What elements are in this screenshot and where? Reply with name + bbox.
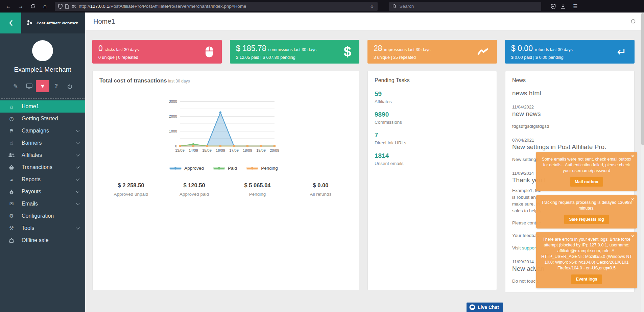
pending-task-affiliates: 59 Affiliates: [375, 90, 490, 104]
mouse-icon: [205, 46, 214, 58]
page-header: Home1: [85, 13, 644, 30]
edit-profile-icon[interactable]: ✎: [9, 80, 22, 92]
live-chat-button[interactable]: Live Chat: [467, 303, 503, 312]
home-icon[interactable]: ⌂: [40, 2, 50, 11]
toast-tracking-delayed: × Tracking requests processing is delaye…: [536, 195, 637, 229]
shield-icon[interactable]: [58, 4, 63, 9]
chart-legend: ApprovedPaidPending: [164, 166, 283, 171]
chevron-left-icon: [8, 20, 13, 26]
refunds-card[interactable]: $ 0.00refunds last 30 days $ 0.00 paid |…: [505, 40, 635, 64]
collapse-sidebar-button[interactable]: [0, 13, 21, 33]
hand-pointer-icon: ☝: [7, 140, 16, 146]
network-logo-icon: [26, 19, 34, 27]
page-info-icon[interactable]: [65, 4, 69, 9]
close-icon[interactable]: ×: [631, 233, 634, 239]
envelope-icon: ✉: [7, 201, 16, 207]
health-heart-icon[interactable]: ♥: [36, 80, 49, 92]
url-bar[interactable]: http://127.0.0.1/PostAffiliatePro/PostAf…: [55, 2, 378, 11]
clock-icon: ◷: [7, 116, 16, 122]
tools-icon: ⚒: [7, 225, 16, 231]
chevron-down-icon: [76, 177, 79, 181]
svg-text:17/09: 17/09: [229, 148, 239, 152]
pending-task-commissions: 9890 Commissions: [375, 111, 490, 125]
sidebar-item-emails[interactable]: ✉ Emails: [0, 198, 85, 210]
clicks-card[interactable]: 0clicks last 30 days 0 unique | 0 repeat…: [92, 40, 222, 64]
svg-text:14/09: 14/09: [189, 148, 198, 152]
news-title: News: [512, 77, 627, 83]
offline-sale-basket-icon: [7, 238, 16, 243]
close-icon[interactable]: ×: [631, 196, 634, 202]
money-bag-icon: $: [7, 189, 16, 194]
toast-event-log-errors: × There are errors in your event logs: B…: [536, 232, 637, 288]
help-icon[interactable]: ?: [49, 80, 63, 92]
scrollbar-thumb[interactable]: [641, 13, 644, 145]
search-input[interactable]: [399, 4, 538, 9]
sidebar-item-reports[interactable]: ◕ Reports: [0, 173, 85, 186]
sidebar-item-getting-started[interactable]: ◷ Getting Started: [0, 113, 85, 125]
brand-logo: Post Affiliate Network: [21, 19, 78, 27]
mail-outbox-button[interactable]: Mail outbox: [570, 177, 603, 187]
forward-icon[interactable]: →: [16, 2, 26, 11]
stat-approved-paid: $ 120.50 Approved paid: [163, 182, 226, 197]
impressions-card[interactable]: 28impressions last 30 days 3 unique | 25…: [367, 40, 497, 64]
toast-mail-outbox: × Some emails were not sent, check email…: [536, 152, 637, 191]
sidebar-item-banners[interactable]: ☝ Banners: [0, 137, 85, 149]
reload-icon[interactable]: [28, 2, 38, 11]
sidebar-item-home1[interactable]: ⌂ Home1: [0, 100, 85, 113]
sidebar-item-offline-sale[interactable]: Offline sale: [0, 234, 85, 246]
stat-cards: 0clicks last 30 days 0 unique | 0 repeat…: [92, 40, 635, 64]
event-logs-button[interactable]: Event logs: [571, 274, 602, 284]
sidebar-item-configuration[interactable]: ⚙ Configuration: [0, 210, 85, 222]
sale-requests-log-button[interactable]: Sale requests log: [564, 215, 609, 224]
refresh-icon[interactable]: [630, 19, 636, 24]
dollar-icon: $: [344, 44, 351, 59]
return-arrow-icon: ↵: [617, 45, 626, 58]
sidebar-item-payouts[interactable]: $ Payouts: [0, 186, 85, 198]
legend-label: Approved: [184, 166, 204, 171]
account-shield-icon[interactable]: [551, 4, 556, 9]
svg-text:$: $: [11, 191, 12, 194]
back-icon[interactable]: ←: [3, 2, 14, 11]
divider: [1, 98, 85, 99]
svg-text:19/09: 19/09: [256, 148, 266, 152]
pending-task-unsent-emails: 1814 Unsent emails: [375, 152, 490, 166]
bookmark-star-icon[interactable]: ☆: [370, 3, 374, 9]
svg-text:1000: 1000: [169, 129, 177, 133]
svg-text:18/09: 18/09: [243, 148, 252, 152]
sidebar-item-affiliates[interactable]: Affiliates: [0, 149, 85, 161]
commissions-card[interactable]: $ 185.78commissions last 30 days $ 12.05…: [230, 40, 359, 64]
logout-power-icon[interactable]: [63, 80, 76, 92]
sidebar: Post Affiliate Network Example1 Merchant…: [0, 13, 85, 312]
search-icon: [392, 4, 397, 8]
svg-text:13/09: 13/09: [175, 148, 185, 152]
url-text[interactable]: http://127.0.0.1/PostAffiliatePro/PostAf…: [79, 4, 367, 9]
sidebar-nav: ⌂ Home1 ◷ Getting Started ⚑ Campaigns ☝ …: [0, 100, 85, 246]
pending-tasks-panel: Pending Tasks 59 Affiliates 9890 Commiss…: [367, 71, 497, 290]
pie-chart-icon: ◕: [7, 177, 16, 183]
svg-text:15/09: 15/09: [202, 148, 212, 152]
chevron-down-icon: [76, 189, 79, 193]
browser-scrollbar[interactable]: [641, 13, 644, 312]
legend-label: Paid: [228, 166, 237, 171]
chevron-down-icon: [76, 201, 79, 205]
basket-icon: [7, 165, 16, 170]
sidebar-item-campaigns[interactable]: ⚑ Campaigns: [0, 125, 85, 137]
svg-text:2000: 2000: [169, 114, 177, 118]
close-icon[interactable]: ×: [631, 153, 634, 159]
monitor-icon[interactable]: [22, 80, 36, 92]
legend-item: Paid: [213, 166, 237, 171]
downloads-icon[interactable]: [560, 4, 566, 9]
sidebar-item-transactions[interactable]: Transactions: [0, 161, 85, 173]
merchant-name: Example1 Merchant: [0, 66, 85, 73]
megaphone-icon: ⚑: [7, 128, 16, 134]
page-title: Home1: [93, 18, 115, 25]
avatar[interactable]: [32, 40, 53, 61]
site-permissions-icon[interactable]: [72, 4, 76, 8]
svg-text:16/09: 16/09: [216, 148, 225, 152]
sidebar-item-tools[interactable]: ⚒ Tools: [0, 222, 85, 234]
browser-search[interactable]: [389, 2, 541, 11]
legend-marker: [213, 166, 225, 171]
chart-stats: $ 2 258.50 Approved unpaid $ 120.50 Appr…: [99, 182, 352, 197]
legend-marker: [246, 166, 259, 171]
menu-icon[interactable]: ☰: [570, 2, 580, 11]
